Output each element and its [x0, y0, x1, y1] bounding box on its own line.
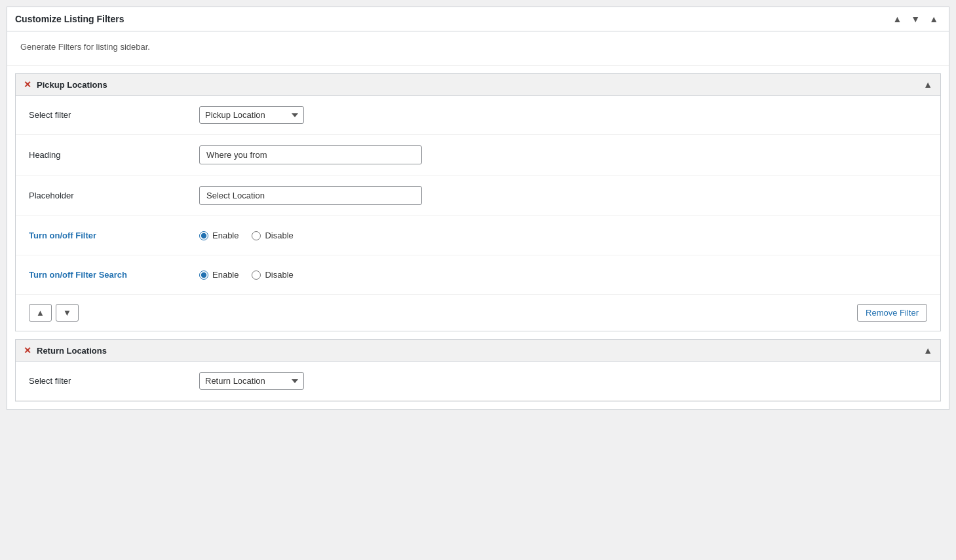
pickup-toggle-search-row: Turn on/off Filter Search Enable Disable — [16, 255, 940, 295]
return-section-header[interactable]: ✕ Return Locations ▲ — [16, 340, 940, 362]
pickup-remove-filter-btn[interactable]: Remove Filter — [857, 304, 927, 322]
outer-wrapper: Customize Listing Filters ▲ ▼ ▲ Generate… — [0, 7, 956, 410]
return-section-title: Return Locations — [37, 346, 107, 356]
pickup-toggle-enable-radio[interactable] — [199, 231, 208, 240]
return-select-filter-row: Select filter Return Location Pickup Loc… — [16, 362, 940, 401]
pickup-footer-left: ▲ ▼ — [29, 304, 79, 322]
pickup-search-disable-radio[interactable] — [252, 271, 261, 280]
pickup-locations-section: ✕ Pickup Locations ▲ Select filter Picku… — [15, 73, 941, 331]
pickup-search-enable-label[interactable]: Enable — [199, 270, 239, 280]
pickup-toggle-enable-label[interactable]: Enable — [199, 231, 239, 240]
return-close-icon[interactable]: ✕ — [24, 346, 31, 355]
pickup-placeholder-label: Placeholder — [29, 191, 199, 200]
pickup-toggle-disable-label[interactable]: Disable — [252, 231, 293, 240]
pickup-section-title: Pickup Locations — [37, 80, 107, 90]
return-header-left: ✕ Return Locations — [24, 346, 107, 356]
pickup-move-down-btn[interactable]: ▼ — [56, 304, 79, 322]
title-collapse-btn[interactable]: ▲ — [927, 12, 941, 26]
return-section-body: Select filter Return Location Pickup Loc… — [16, 362, 940, 401]
title-bar-controls: ▲ ▼ ▲ — [890, 12, 941, 26]
pickup-section-header[interactable]: ✕ Pickup Locations ▲ — [16, 74, 940, 96]
pickup-section-body: Select filter Pickup Location Return Loc… — [16, 96, 940, 331]
return-collapse-icon[interactable]: ▲ — [923, 345, 932, 356]
pickup-toggle-filter-label: Turn on/off Filter — [29, 231, 199, 240]
pickup-search-disable-label[interactable]: Disable — [252, 270, 293, 280]
pickup-search-enable-radio[interactable] — [199, 271, 208, 280]
pickup-toggle-disable-radio[interactable] — [252, 231, 261, 240]
pickup-search-radio-group: Enable Disable — [199, 270, 927, 280]
pickup-placeholder-row: Placeholder — [16, 176, 940, 216]
pickup-select-filter-row: Select filter Pickup Location Return Loc… — [16, 96, 940, 135]
pickup-header-left: ✕ Pickup Locations — [24, 80, 107, 90]
pickup-select-filter-label: Select filter — [29, 110, 199, 120]
return-filter-select[interactable]: Return Location Pickup Location — [199, 372, 304, 390]
pickup-heading-label: Heading — [29, 150, 199, 160]
pickup-placeholder-input[interactable] — [199, 186, 422, 205]
pickup-toggle-search-options: Enable Disable — [199, 270, 927, 280]
title-down-btn[interactable]: ▼ — [908, 12, 923, 26]
pickup-placeholder-value — [199, 186, 927, 205]
pickup-toggle-search-label: Turn on/off Filter Search — [29, 270, 199, 280]
main-panel: Customize Listing Filters ▲ ▼ ▲ Generate… — [7, 7, 949, 410]
pickup-close-icon[interactable]: ✕ — [24, 80, 31, 89]
pickup-move-up-btn[interactable]: ▲ — [29, 304, 52, 322]
pickup-heading-input[interactable] — [199, 145, 422, 164]
return-locations-section: ✕ Return Locations ▲ Select filter Retur… — [15, 339, 941, 401]
pickup-section-footer: ▲ ▼ Remove Filter — [16, 295, 940, 331]
panel-description: Generate Filters for listing sidebar. — [7, 31, 949, 65]
pickup-select-filter-value: Pickup Location Return Location — [199, 106, 927, 124]
pickup-toggle-radio-group: Enable Disable — [199, 231, 927, 240]
pickup-collapse-icon[interactable]: ▲ — [923, 79, 932, 90]
title-bar: Customize Listing Filters ▲ ▼ ▲ — [7, 7, 949, 31]
pickup-toggle-filter-row: Turn on/off Filter Enable Disable — [16, 216, 940, 255]
pickup-toggle-filter-options: Enable Disable — [199, 231, 927, 240]
panel-title: Customize Listing Filters — [15, 14, 124, 24]
return-select-filter-label: Select filter — [29, 376, 199, 386]
return-select-filter-value: Return Location Pickup Location — [199, 372, 927, 390]
pickup-filter-select[interactable]: Pickup Location Return Location — [199, 106, 304, 124]
title-up-btn[interactable]: ▲ — [890, 12, 904, 26]
pickup-heading-row: Heading — [16, 135, 940, 176]
pickup-heading-value — [199, 145, 927, 164]
